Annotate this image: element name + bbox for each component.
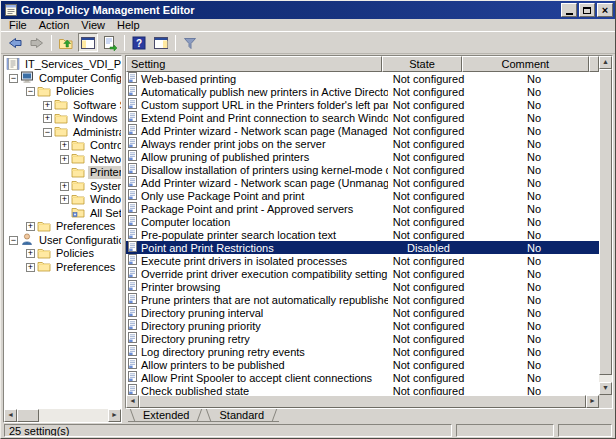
show-action-pane-button[interactable] (151, 33, 171, 52)
expand-icon[interactable]: + (43, 101, 52, 110)
expand-icon[interactable]: + (60, 195, 69, 204)
scroll-down-button[interactable]: ▼ (599, 382, 612, 395)
toolbar-separator (175, 35, 176, 51)
tree-item-network[interactable]: +Network (4, 153, 121, 167)
list-row-package-point-and-print-approved-servers[interactable]: Package Point and print - Approved serve… (126, 202, 599, 215)
expand-icon[interactable]: + (43, 114, 52, 123)
collapse-icon[interactable]: − (43, 128, 52, 137)
column-header-comment[interactable]: Comment (462, 56, 589, 72)
scroll-right-button[interactable]: ► (108, 409, 121, 422)
collapse-icon[interactable]: − (9, 74, 18, 83)
status-text: 25 setting(s) (4, 424, 452, 437)
state-cell: Not configured (388, 216, 469, 228)
state-cell: Not configured (388, 359, 469, 371)
scroll-thumb[interactable] (599, 69, 612, 375)
list-row-disallow-installation-of-printers-using-[interactable]: Disallow installation of printers using … (126, 163, 599, 176)
list-row-automatically-publish-new-printers-in-ac[interactable]: Automatically publish new printers in Ac… (126, 85, 599, 98)
collapse-icon[interactable]: − (26, 87, 35, 96)
scroll-thumb[interactable] (139, 395, 586, 408)
close-button[interactable]: × (597, 3, 613, 17)
collapse-icon[interactable]: − (9, 236, 18, 245)
scroll-track[interactable] (599, 69, 612, 382)
setting-cell: Directory pruning interval (126, 306, 388, 319)
comment-cell: No (469, 346, 599, 358)
scroll-right-button[interactable]: ► (586, 395, 599, 408)
tree-item-windows-components[interactable]: +Windows Components (4, 193, 121, 207)
list-row-directory-pruning-retry[interactable]: Directory pruning retryNot configuredNo (126, 332, 599, 345)
expand-icon[interactable]: + (60, 155, 69, 164)
list-row-directory-pruning-interval[interactable]: Directory pruning intervalNot configured… (126, 306, 599, 319)
list-row-add-printer-wizard-network-scan-page-unm[interactable]: Add Printer wizard - Network scan page (… (126, 176, 599, 189)
list-row-override-print-driver-execution-compatib[interactable]: Override print driver execution compatib… (126, 267, 599, 280)
filter-button[interactable] (180, 33, 200, 52)
tree-item-computer-configuration[interactable]: −Computer Configuration (4, 72, 121, 86)
tree-item-policies[interactable]: +Policies (4, 247, 121, 261)
list-row-always-render-print-jobs-on-the-server[interactable]: Always render print jobs on the serverNo… (126, 137, 599, 150)
list-row-custom-support-url-in-the-printers-folde[interactable]: Custom support URL in the Printers folde… (126, 98, 599, 111)
help-button[interactable]: ? (129, 33, 149, 52)
show-console-tree-button[interactable] (78, 33, 98, 52)
menu-view[interactable]: View (77, 19, 113, 32)
list-row-allow-printers-to-be-published[interactable]: Allow printers to be publishedNot config… (126, 358, 599, 371)
list-row-pre-populate-printer-search-location-tex[interactable]: Pre-populate printer search location tex… (126, 228, 599, 241)
status-bar: 25 setting(s) (1, 423, 615, 438)
column-header-setting[interactable]: Setting (126, 56, 382, 72)
list-row-log-directory-pruning-retry-events[interactable]: Log directory pruning retry eventsNot co… (126, 345, 599, 358)
tree-item-system[interactable]: +System (4, 180, 121, 194)
setting-icon (128, 189, 141, 202)
expand-icon[interactable]: + (26, 222, 35, 231)
menu-action[interactable]: Action (35, 19, 78, 32)
setting-icon (128, 163, 141, 176)
setting-cell: Extend Point and Print connection to sea… (126, 111, 388, 124)
vertical-scrollbar[interactable]: ▲ ▼ (599, 56, 612, 395)
setting-label: Web-based printing (141, 73, 236, 85)
tree-item-control-panel[interactable]: +Control Panel (4, 139, 121, 153)
tab-extended[interactable]: Extended (128, 409, 204, 422)
expand-icon[interactable]: + (60, 182, 69, 191)
list-row-add-printer-wizard-network-scan-page-man[interactable]: Add Printer wizard - Network scan page (… (126, 124, 599, 137)
list-horizontal-scrollbar[interactable]: ◄ ► (126, 395, 599, 408)
setting-label: Only use Package Point and print (141, 190, 304, 202)
list-row-prune-printers-that-are-not-automaticall[interactable]: Prune printers that are not automaticall… (126, 293, 599, 306)
action-pane-icon (153, 35, 169, 51)
folder-icon (37, 259, 54, 275)
list-row-directory-pruning-priority[interactable]: Directory pruning priorityNot configured… (126, 319, 599, 332)
scroll-left-button[interactable]: ◄ (4, 409, 17, 422)
list-row-only-use-package-point-and-print[interactable]: Only use Package Point and printNot conf… (126, 189, 599, 202)
tree-item-user-configuration[interactable]: −User Configuration (4, 234, 121, 248)
tree-item-all-settings[interactable]: All Settings (4, 207, 121, 221)
tree-item-preferences[interactable]: +Preferences (4, 261, 121, 275)
maximize-button[interactable] (579, 3, 595, 17)
scroll-up-button[interactable]: ▲ (599, 56, 612, 69)
back-button[interactable] (5, 33, 25, 52)
menu-file[interactable]: File (5, 19, 35, 32)
list-row-point-and-print-restrictions[interactable]: Point and Print RestrictionsDisabledNo (126, 241, 599, 254)
minimize-button[interactable] (561, 3, 577, 17)
state-cell: Disabled (388, 242, 469, 254)
tree-item-printers[interactable]: Printers (4, 166, 121, 180)
up-one-level-button[interactable] (56, 33, 76, 52)
list-row-web-based-printing[interactable]: Web-based printingNot configuredNo (126, 72, 599, 85)
expand-icon[interactable]: + (26, 263, 35, 272)
scroll-thumb[interactable] (17, 409, 39, 422)
list-row-check-published-state[interactable]: Check published stateNot configuredNo (126, 384, 599, 395)
column-header-state[interactable]: State (382, 56, 461, 72)
state-cell: Not configured (388, 151, 469, 163)
tree-horizontal-scrollbar[interactable]: ◄ ► (4, 409, 121, 422)
list-row-execute-print-drivers-in-isolated-proces[interactable]: Execute print drivers in isolated proces… (126, 254, 599, 267)
list-row-computer-location[interactable]: Computer locationNot configuredNo (126, 215, 599, 228)
tab-standard[interactable]: Standard (204, 409, 279, 422)
setting-label: Automatically publish new printers in Ac… (141, 86, 388, 98)
scroll-left-button[interactable]: ◄ (126, 395, 139, 408)
list-row-allow-print-spooler-to-accept-client-con[interactable]: Allow Print Spooler to accept client con… (126, 371, 599, 384)
scroll-track[interactable] (39, 409, 108, 422)
list-row-extend-point-and-print-connection-to-sea[interactable]: Extend Point and Print connection to sea… (126, 111, 599, 124)
expand-icon[interactable]: + (26, 249, 35, 258)
tree-item-administrative-templates[interactable]: −Administrative Templates (4, 126, 121, 140)
export-list-button[interactable] (100, 33, 120, 52)
forward-button[interactable] (27, 33, 47, 52)
expand-icon[interactable]: + (60, 141, 69, 150)
list-row-printer-browsing[interactable]: Printer browsingNot configuredNo (126, 280, 599, 293)
menu-help[interactable]: Help (113, 19, 148, 32)
list-row-allow-pruning-of-published-printers[interactable]: Allow pruning of published printersNot c… (126, 150, 599, 163)
